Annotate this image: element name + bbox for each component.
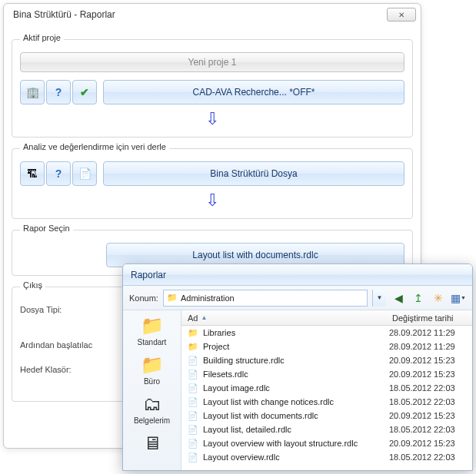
arrow-down-icon: ⇩ [20, 109, 404, 129]
file-date: 28.09.2012 11:29 [389, 342, 472, 351]
building-icon: 🏗 [27, 167, 38, 180]
file-row[interactable]: 📄Layout list with change notices.rdlc18.… [181, 395, 472, 409]
file-date: 18.05.2012 22:03 [389, 425, 472, 434]
location-combo[interactable]: 📁 Administration [163, 290, 368, 307]
places-item[interactable]: 📁Standart [123, 315, 181, 346]
places-item[interactable]: 📁Büro [123, 354, 181, 386]
file-name: Building structure.rdlc [203, 356, 389, 365]
file-row[interactable]: 📄Layout list with documents.rdlc20.09.20… [181, 409, 472, 423]
titlebar: Bina Strüktürü - Raporlar ✕ [4, 4, 421, 25]
file-name: Libraries [203, 328, 389, 337]
places-icon: 🗂 [139, 393, 165, 415]
file-row[interactable]: 📁Project28.09.2012 11:29 [181, 340, 472, 353]
output-launch-label: Ardından başlatılac [20, 340, 105, 350]
compile-help-button[interactable]: ? [46, 161, 71, 186]
browser-titlebar: Raporlar [123, 264, 472, 286]
places-item[interactable]: 🖥 [123, 433, 181, 454]
structure-file-button[interactable]: Bina Strüktürü Dosya [103, 161, 404, 186]
places-label: Standart [123, 338, 181, 346]
back-button[interactable]: ◀ [391, 290, 406, 306]
compile-folder-button[interactable]: 📄 [72, 161, 97, 186]
help-tool-button[interactable]: ? [46, 80, 71, 104]
file-row[interactable]: 📄Layout list, detailed.rdlc18.05.2012 22… [181, 423, 472, 436]
file-name: Layout overview.rdlc [203, 452, 389, 462]
location-label: Konum: [129, 293, 158, 303]
group-output-label: Çıkış [20, 280, 45, 290]
arrow-down-icon: ⇩ [20, 191, 404, 210]
column-header-name[interactable]: Ad ▲ [181, 313, 389, 323]
file-row[interactable]: 📄Layout image.rdlc18.05.2012 22:03 [181, 381, 472, 395]
file-date: 20.09.2012 15:23 [389, 439, 472, 448]
up-button[interactable]: ↥ [411, 290, 426, 306]
group-active-project: Aktif proje Yeni proje 1 🏢 ? ✔ CAD-AVA R… [12, 39, 413, 138]
file-date: 18.05.2012 22:03 [389, 452, 472, 462]
file-name: Layout image.rdlc [203, 383, 389, 393]
location-value: Administration [181, 293, 364, 303]
file-name: Layout list with change notices.rdlc [203, 397, 389, 406]
new-folder-icon: ✳ [434, 292, 443, 304]
help-icon: ? [55, 167, 62, 180]
view-mode-button[interactable]: ▦▼ [451, 290, 466, 306]
location-dropdown-button[interactable]: ▼ [372, 290, 386, 307]
file-row[interactable]: 📄Layout overview with layout structure.r… [181, 436, 472, 450]
cad-ava-button[interactable]: CAD-AVA Recherche... *OFF* [103, 80, 404, 104]
file-name: Layout overview with layout structure.rd… [203, 439, 389, 448]
back-icon: ◀ [394, 292, 403, 304]
file-name: Layout list, detailed.rdlc [203, 425, 389, 434]
file-date: 18.05.2012 22:03 [389, 397, 472, 406]
building-icon: 🏢 [26, 86, 39, 98]
close-button[interactable]: ✕ [387, 8, 416, 22]
file-icon: 📄 [186, 425, 200, 435]
places-icon: 📁 [139, 354, 165, 376]
file-name: Filesets.rdlc [203, 370, 389, 379]
folder-icon: 📁 [186, 328, 200, 338]
file-icon: 📄 [186, 383, 200, 393]
check-icon: ✔ [80, 86, 89, 98]
file-row[interactable]: 📄Building structure.rdlc20.09.2012 15:23 [181, 353, 472, 367]
window-title: Bina Strüktürü - Raporlar [13, 9, 115, 20]
file-date: 20.09.2012 15:23 [389, 356, 472, 365]
file-row[interactable]: 📄Filesets.rdlc20.09.2012 15:23 [181, 367, 472, 381]
column-header-name-label: Ad [188, 313, 198, 323]
group-active-label: Aktif proje [20, 33, 64, 42]
sort-asc-icon: ▲ [201, 314, 207, 321]
file-date: 20.09.2012 15:23 [389, 370, 472, 379]
file-icon: 📄 [186, 452, 200, 462]
places-label: Büro [123, 377, 181, 386]
file-date: 28.09.2012 11:29 [389, 328, 472, 337]
compile-structure-button[interactable]: 🏗 [20, 161, 45, 186]
group-compile-data: Analiz ve değerlendirme için veri derle … [12, 148, 413, 219]
places-label: Belgelerim [123, 416, 181, 425]
places-icon: 🖥 [139, 433, 165, 454]
help-icon: ? [55, 86, 62, 98]
file-date: 18.05.2012 22:03 [389, 383, 472, 393]
group-compile-label: Analiz ve değerlendirme için veri derle [20, 142, 169, 151]
group-report-label: Rapor Seçin [20, 224, 73, 233]
file-icon: 📄 [186, 397, 200, 407]
column-header-date[interactable]: Değiştirme tarihi [389, 313, 472, 323]
file-icon: 📄 [186, 439, 200, 449]
file-row[interactable]: 📄Layout overview.rdlc18.05.2012 22:03 [181, 450, 472, 464]
places-bar: 📁Standart📁Büro🗂Belgelerim🖥 [123, 310, 181, 470]
browser-toolbar: Konum: 📁 Administration ▼ ◀ ↥ ✳ ▦▼ [123, 286, 472, 310]
output-target-label: Hedef Klasör: [20, 365, 105, 374]
file-icon: 📄 [186, 370, 200, 380]
document-icon: 📄 [78, 167, 92, 180]
file-row[interactable]: 📁Libraries28.09.2012 11:29 [181, 326, 472, 340]
confirm-tool-button[interactable]: ✔ [72, 80, 97, 104]
up-icon: ↥ [414, 292, 423, 304]
active-tool-cluster: 🏢 ? ✔ [20, 80, 97, 104]
places-item[interactable]: 🗂Belgelerim [123, 393, 181, 425]
new-folder-button[interactable]: ✳ [431, 290, 446, 306]
project-button[interactable]: Yeni proje 1 [20, 52, 404, 72]
file-list-header: Ad ▲ Değiştirme tarihi [181, 310, 472, 326]
file-list: Ad ▲ Değiştirme tarihi 📁Libraries28.09.2… [181, 310, 472, 470]
file-icon: 📄 [186, 411, 200, 421]
file-icon: 📄 [186, 356, 200, 366]
structure-tool-button[interactable]: 🏢 [20, 80, 45, 104]
places-icon: 📁 [139, 315, 165, 336]
output-type-label: Dosya Tipi: [20, 305, 105, 314]
close-icon: ✕ [398, 11, 404, 19]
folder-icon: 📁 [167, 293, 178, 303]
folder-icon: 📁 [186, 342, 200, 352]
